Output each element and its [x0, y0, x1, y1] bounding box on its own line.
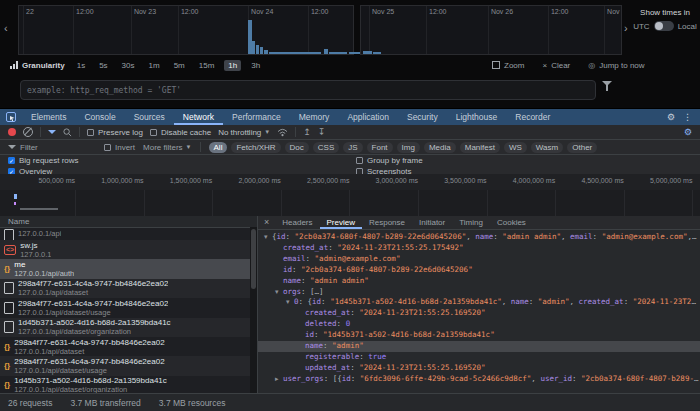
jump-to-now-button[interactable]: ◎Jump to now [588, 61, 644, 70]
clear-network-log-icon[interactable] [23, 127, 33, 137]
json-line[interactable]: created_at: "2024-11-23T21:55:25.175492" [258, 243, 700, 254]
name-column-header[interactable]: Name [0, 216, 257, 228]
devtools-tab-memory[interactable]: Memory [290, 109, 339, 125]
request-row[interactable]: 127.0.0.1/api [0, 228, 257, 240]
record-button[interactable] [8, 128, 16, 136]
zoom-button[interactable]: Zoom [492, 61, 524, 70]
filter-pill-other[interactable]: Other [567, 142, 597, 153]
request-row[interactable]: {}1d45b371-a502-4d16-b68d-2a1359bda41c12… [0, 376, 257, 393]
detail-tab-initiator[interactable]: Initiator [412, 216, 452, 229]
filter-pill-manifest[interactable]: Manifest [460, 142, 500, 153]
utc-local-toggle[interactable] [654, 21, 674, 31]
filter-pill-fetch-xhr[interactable]: Fetch/XHR [231, 142, 280, 153]
request-row[interactable]: 298a4f77-e631-4c4a-9747-bb4846e2ea02127.… [0, 298, 257, 317]
timeline-scroll-left-icon[interactable]: ‹ [4, 22, 8, 34]
timeline-chart-left[interactable]: 2212:00Nov 2312:00Nov 2412:00 [18, 5, 354, 55]
network-overview-strip[interactable] [0, 190, 700, 217]
more-filters-dropdown[interactable]: More filters▼ [143, 143, 192, 152]
network-conditions-icon[interactable] [277, 128, 288, 137]
expanded-arrow-icon[interactable]: ▾ [275, 288, 283, 298]
histogram-bar [329, 52, 347, 54]
devtools-tab-network[interactable]: Network [174, 109, 223, 125]
filter-pill-font[interactable]: Font [367, 142, 393, 153]
json-line[interactable]: ▸user_orgs: [{id: "6fdc3096-6ffe-429b-9c… [258, 374, 700, 385]
devtools-tab-recorder[interactable]: Recorder [506, 109, 559, 125]
detail-tab-response[interactable]: Response [362, 216, 412, 229]
filter-pill-css[interactable]: CSS [313, 142, 339, 153]
json-line[interactable]: name: "admin" [258, 341, 700, 352]
scrollbar-thumb[interactable] [251, 229, 256, 289]
granularity-option-1m[interactable]: 1m [145, 60, 164, 71]
filter-pill-js[interactable]: JS [343, 142, 362, 153]
json-line[interactable]: ▾{id: "2cb0a374-680f-4807-b289-22e6d0645… [258, 232, 700, 243]
granularity-option-1h[interactable]: 1h [224, 60, 241, 71]
granularity-option-3h[interactable]: 3h [247, 60, 264, 71]
search-icon[interactable] [63, 128, 72, 137]
devtools-settings-icon[interactable]: ⚙ [667, 112, 675, 122]
granularity-option-5s[interactable]: 5s [95, 60, 111, 71]
devtools-tab-performance[interactable]: Performance [223, 109, 290, 125]
json-line[interactable]: ▾orgs: […] [258, 287, 700, 298]
query-input[interactable] [20, 80, 596, 100]
clear-button[interactable]: ×Clear [542, 61, 570, 70]
devtools-menu-icon[interactable]: ⋮ [683, 112, 692, 122]
json-line[interactable]: deleted: 0 [258, 319, 700, 330]
group-by-frame-checkbox[interactable]: Group by frame [356, 156, 423, 165]
request-row[interactable]: 1d45b371-a502-4d16-b68d-2a1359bda41c127.… [0, 318, 257, 337]
json-line[interactable]: name: "admin admin" [258, 276, 700, 287]
request-row[interactable]: {}298a4f77-e631-4c4a-9747-bb4846e2ea0212… [0, 337, 257, 356]
request-row[interactable]: <>sw.js127.0.0.1 [0, 240, 257, 259]
filter-pill-doc[interactable]: Doc [285, 142, 309, 153]
inspect-element-icon[interactable] [0, 109, 22, 125]
preserve-log-checkbox[interactable]: Preserve log [87, 128, 143, 137]
network-filter-input[interactable]: Filter [8, 143, 96, 152]
devtools-tab-sources[interactable]: Sources [125, 109, 174, 125]
json-line[interactable]: id: "2cb0a374-680f-4807-b289-22e6d064520… [258, 265, 700, 276]
json-line[interactable]: ▾0: {id: "1d45b371-a502-4d16-b68d-2a1359… [258, 297, 700, 308]
granularity-option-30s[interactable]: 30s [118, 60, 139, 71]
detail-tab-cookies[interactable]: Cookies [490, 216, 533, 229]
close-detail-icon[interactable]: × [258, 216, 275, 229]
filter-pill-img[interactable]: Img [397, 142, 420, 153]
query-filter-icon[interactable] [602, 81, 612, 103]
timeline-chart-right[interactable]: Nov 2512:00Nov 2612:00Nov [360, 5, 622, 55]
filter-pill-media[interactable]: Media [424, 142, 456, 153]
devtools-tab-application[interactable]: Application [338, 109, 398, 125]
json-line[interactable]: email: "admin@example.com" [258, 254, 700, 265]
granularity-option-1s[interactable]: 1s [73, 60, 89, 71]
granularity-option-5m[interactable]: 5m [170, 60, 189, 71]
timeline-gridline [178, 6, 179, 54]
detail-tab-timing[interactable]: Timing [452, 216, 490, 229]
invert-checkbox[interactable]: Invert [104, 143, 135, 152]
filter-pill-ws[interactable]: WS [504, 142, 527, 153]
json-line[interactable]: created_at: "2024-11-23T21:55:25.169520" [258, 308, 700, 319]
devtools-tab-elements[interactable]: Elements [22, 109, 75, 125]
filter-pill-wasm[interactable]: Wasm [531, 142, 563, 153]
disable-cache-checkbox[interactable]: Disable cache [150, 128, 211, 137]
timeline-scroll-right-icon[interactable]: › [624, 22, 628, 34]
request-row[interactable]: {}298a4f77-e631-4c4a-9747-bb4846e2ea0212… [0, 356, 257, 375]
json-line[interactable]: updated_at: "2024-11-23T21:55:25.169520" [258, 363, 700, 374]
granularity-option-15m[interactable]: 15m [195, 60, 219, 71]
collapsed-arrow-icon[interactable]: ▸ [275, 375, 283, 385]
expanded-arrow-icon[interactable]: ▾ [264, 233, 272, 243]
detail-tab-preview[interactable]: Preview [320, 216, 362, 229]
json-line[interactable]: registerable: true [258, 352, 700, 363]
devtools-tab-security[interactable]: Security [398, 109, 447, 125]
devtools-tab-lighthouse[interactable]: Lighthouse [447, 109, 507, 125]
import-har-icon[interactable]: ↥ [303, 127, 311, 137]
toggle-filter-bar-icon[interactable] [48, 130, 56, 134]
detail-tab-headers[interactable]: Headers [275, 216, 319, 229]
throttling-select[interactable]: No throttling▼ [218, 128, 270, 137]
request-row[interactable]: 298a4f77-e631-4c4a-9747-bb4846e2ea02127.… [0, 279, 257, 298]
filter-pill-all[interactable]: All [209, 142, 228, 153]
granularity-label: Granularity [22, 61, 65, 70]
network-settings-icon[interactable]: ⚙ [684, 127, 700, 137]
export-har-icon[interactable]: ↧ [318, 127, 326, 137]
devtools-tab-console[interactable]: Console [75, 109, 124, 125]
request-row[interactable]: {}me127.0.0.1/api/auth [0, 259, 257, 278]
expanded-arrow-icon[interactable]: ▾ [286, 298, 294, 308]
json-line[interactable]: id: "1d45b371-a502-4d16-b68d-2a1359bda41… [258, 330, 700, 341]
show-times-label: Show times in [632, 8, 698, 17]
big-request-rows-checkbox[interactable]: ✓Big request rows [8, 156, 79, 165]
